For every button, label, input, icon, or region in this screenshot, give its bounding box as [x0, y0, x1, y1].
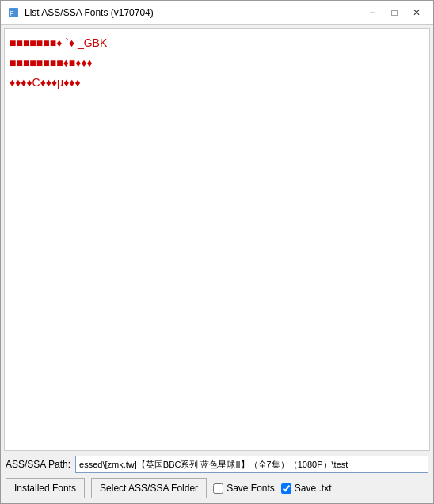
app-icon: F [7, 6, 20, 19]
window-title: List ASS/SSA Fonts (v170704) [25, 7, 362, 18]
font-line-2: ■■■■■■■■♦■♦♦♦ [10, 53, 424, 73]
maximize-button[interactable]: □ [384, 5, 405, 21]
font-list-area: ■■■■■■■♦ `♦ _GBK ■■■■■■■■♦■♦♦♦ ♦♦♦♦C♦♦♦μ… [4, 28, 430, 451]
save-txt-text: Save .txt [295, 483, 332, 494]
save-fonts-checkbox[interactable] [213, 483, 223, 494]
buttons-row: Installed Fonts Select ASS/SSA Folder Sa… [6, 478, 428, 498]
select-folder-button[interactable]: Select ASS/SSA Folder [91, 478, 207, 498]
font-line-1: ■■■■■■■♦ `♦ _GBK [10, 33, 424, 53]
window-controls: − □ ✕ [362, 5, 427, 21]
path-input[interactable] [75, 456, 428, 473]
title-bar: F List ASS/SSA Fonts (v170704) − □ ✕ [1, 1, 433, 25]
bottom-bar: ASS/SSA Path: Installed Fonts Select ASS… [1, 451, 433, 503]
font-line-3: ♦♦♦♦C♦♦♦μ♦♦♦ [10, 73, 424, 93]
path-row: ASS/SSA Path: [6, 456, 428, 473]
save-txt-checkbox[interactable] [281, 483, 291, 494]
save-fonts-text: Save Fonts [227, 483, 275, 494]
save-txt-label[interactable]: Save .txt [281, 483, 332, 494]
main-window: F List ASS/SSA Fonts (v170704) − □ ✕ ■■■… [0, 0, 434, 504]
path-label: ASS/SSA Path: [6, 459, 70, 470]
close-button[interactable]: ✕ [406, 5, 427, 21]
svg-text:F: F [10, 10, 14, 17]
minimize-button[interactable]: − [362, 5, 383, 21]
save-fonts-label[interactable]: Save Fonts [213, 483, 275, 494]
installed-fonts-button[interactable]: Installed Fonts [6, 478, 85, 498]
